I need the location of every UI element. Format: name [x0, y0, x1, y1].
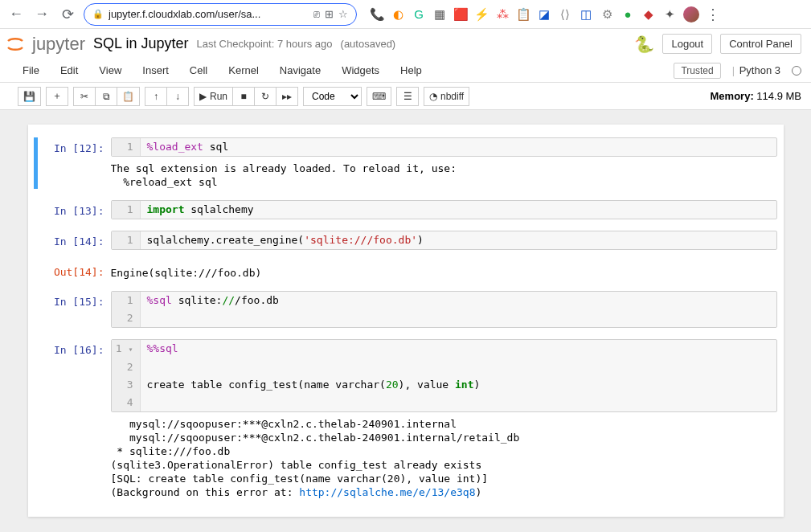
command-palette-button[interactable]: ⌨: [367, 87, 391, 106]
code-editor[interactable]: 1%load_ext sql: [111, 137, 777, 157]
code-editor[interactable]: 1sqlalchemy.create_engine('sqlite:///foo…: [111, 231, 777, 250]
code-editor[interactable]: 1 ▾%%sql23create table config_test(name …: [111, 339, 777, 412]
reload-button[interactable]: ⟳: [58, 5, 77, 24]
python-logo-icon: 🐍: [634, 35, 654, 54]
cell-type-select[interactable]: Code: [303, 87, 362, 106]
control-panel-button[interactable]: Control Panel: [720, 34, 801, 54]
menu-edit[interactable]: Edit: [60, 64, 78, 76]
cut-button[interactable]: ✂: [73, 87, 96, 106]
autosaved-text: (autosaved): [341, 38, 396, 50]
menu-kernel[interactable]: Kernel: [228, 64, 259, 76]
menu-file[interactable]: File: [23, 64, 39, 76]
menu-widgets[interactable]: Widgets: [342, 64, 379, 76]
move-up-button[interactable]: ↑: [145, 87, 167, 106]
ext-icon[interactable]: ◐: [391, 7, 405, 22]
install-icon[interactable]: ⎚: [313, 8, 320, 20]
output-row: Out[14]:Engine(sqlite:///foo.db): [35, 261, 777, 280]
insert-cell-button[interactable]: ＋: [46, 87, 68, 106]
code-editor[interactable]: 1%sql sqlite:///foo.db2: [111, 291, 777, 328]
browser-toolbar: ← → ⟳ 🔒 jupyter.f.cloudxlab.com/user/sa.…: [0, 0, 811, 29]
ext-icon[interactable]: ⚙: [600, 7, 614, 22]
input-prompt: In [12]:: [35, 137, 111, 157]
nbdiff-button[interactable]: ◔ nbdiff: [424, 87, 469, 106]
copy-button[interactable]: ⧉: [95, 87, 117, 106]
restart-button[interactable]: ↻: [254, 87, 276, 106]
ext-icon[interactable]: 🟥: [453, 7, 468, 22]
restart-run-all-button[interactable]: ▸▸: [276, 87, 298, 106]
checkpoint-text: Last Checkpoint: 7 hours ago: [196, 38, 332, 50]
output-text: mysql://sqoopuser:***@cxln2.c.thelab-240…: [111, 412, 777, 499]
ext-icon[interactable]: 📋: [516, 7, 530, 22]
jupyter-logo-text: jupyter: [32, 34, 85, 55]
interrupt-button[interactable]: ■: [232, 87, 255, 106]
code-cell[interactable]: In [13]:1import sqlalchemy: [35, 200, 777, 219]
ext-icon[interactable]: ◫: [579, 7, 593, 22]
output-prompt: Out[14]:: [35, 261, 111, 280]
menu-view[interactable]: View: [99, 64, 121, 76]
ext-icon[interactable]: 📞: [370, 7, 384, 22]
ext-icon[interactable]: ⚡: [474, 7, 489, 22]
menu-bar: FileEditViewInsertCellKernelNavigateWidg…: [0, 59, 811, 83]
output-row: mysql://sqoopuser:***@cxln2.c.thelab-240…: [35, 412, 777, 499]
ext-icon[interactable]: G: [412, 7, 426, 22]
output-text: The sql extension is already loaded. To …: [111, 157, 777, 189]
code-cell[interactable]: In [15]:1%sql sqlite:///foo.db2: [35, 291, 777, 328]
run-button[interactable]: ▶ Run: [194, 87, 233, 106]
output-text: Engine(sqlite:///foo.db): [111, 261, 777, 280]
menu-insert[interactable]: Insert: [142, 64, 169, 76]
code-cell[interactable]: In [16]:1 ▾%%sql23create table config_te…: [35, 339, 777, 412]
input-prompt: In [14]:: [35, 231, 111, 250]
ext-icon[interactable]: ⟨⟩: [558, 7, 572, 22]
ext-icon[interactable]: ◪: [537, 7, 551, 22]
notebook-title[interactable]: SQL in Jupyter: [93, 35, 188, 52]
notebook-area[interactable]: In [12]:1%load_ext sqlThe sql extension …: [0, 110, 811, 532]
menu-help[interactable]: Help: [400, 64, 422, 76]
input-prompt: In [13]:: [35, 200, 111, 219]
output-row: The sql extension is already loaded. To …: [35, 157, 777, 189]
ext-icon[interactable]: ●: [621, 7, 635, 22]
star-icon[interactable]: ☆: [338, 8, 348, 20]
menu-navigate[interactable]: Navigate: [280, 64, 321, 76]
menu-cell[interactable]: Cell: [190, 64, 207, 76]
reader-icon[interactable]: ⊞: [325, 8, 334, 20]
back-button[interactable]: ←: [6, 5, 26, 24]
kernel-status-icon: [792, 66, 801, 76]
jupyter-logo-icon: [5, 34, 26, 55]
lock-icon: 🔒: [92, 9, 104, 19]
notebook-sheet: In [12]:1%load_ext sqlThe sql extension …: [28, 125, 784, 517]
kernel-name[interactable]: Python 3: [732, 64, 780, 76]
forward-button[interactable]: →: [32, 5, 51, 24]
extensions-icon[interactable]: ✦: [662, 7, 677, 22]
code-cell[interactable]: In [12]:1%load_ext sql: [35, 137, 777, 157]
toolbar: 💾 ＋ ✂ ⧉ 📋 ↑ ↓ ▶ Run ■ ↻ ▸▸ Code ⌨ ☰ ◔ nb…: [0, 83, 811, 110]
paste-button[interactable]: 📋: [117, 87, 140, 106]
code-cell[interactable]: In [14]:1sqlalchemy.create_engine('sqlit…: [35, 231, 777, 250]
move-down-button[interactable]: ↓: [166, 87, 189, 106]
address-bar[interactable]: 🔒 jupyter.f.cloudxlab.com/user/sa... ⎚ ⊞…: [84, 3, 357, 26]
memory-usage: Memory: 114.9 MB: [711, 90, 801, 102]
input-prompt: In [16]:: [35, 339, 111, 412]
ext-icon[interactable]: ⁂: [495, 7, 510, 22]
ext-icon[interactable]: ▦: [432, 7, 447, 22]
code-editor[interactable]: 1import sqlalchemy: [111, 200, 777, 219]
input-prompt: In [15]:: [35, 291, 111, 328]
logout-button[interactable]: Logout: [662, 34, 712, 54]
extensions-strip: 📞 ◐ G ▦ 🟥 ⚡ ⁂ 📋 ◪ ⟨⟩ ◫ ⚙ ● ◆ ✦ ⋮: [370, 6, 720, 23]
profile-avatar[interactable]: [683, 6, 699, 23]
browser-menu-icon[interactable]: ⋮: [706, 6, 720, 23]
url-text: jupyter.f.cloudxlab.com/user/sa...: [109, 8, 309, 20]
trusted-badge[interactable]: Trusted: [674, 63, 720, 79]
save-button[interactable]: 💾: [18, 87, 41, 106]
ext-icon[interactable]: ◆: [641, 7, 656, 22]
toc-button[interactable]: ☰: [396, 87, 419, 106]
jupyter-header: jupyter SQL in Jupyter Last Checkpoint: …: [0, 29, 811, 59]
